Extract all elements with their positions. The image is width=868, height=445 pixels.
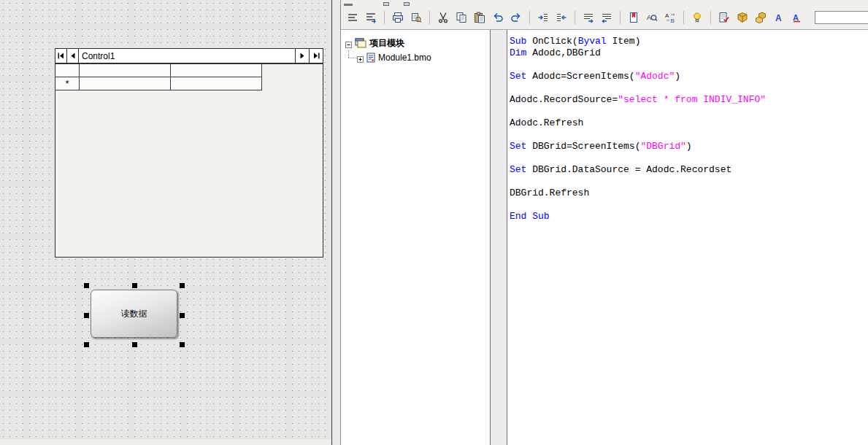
svg-text:B: B	[671, 18, 675, 24]
code-line	[510, 129, 868, 141]
project-tree[interactable]: 项目模块 Module1.bmo	[341, 30, 491, 445]
selection-handle[interactable]	[180, 342, 185, 347]
grid-line	[79, 64, 80, 90]
editor-toolbar: A AB A A	[341, 6, 868, 30]
lines-icon[interactable]	[345, 9, 361, 26]
selection-handle[interactable]	[132, 283, 137, 288]
find-icon[interactable]: A	[644, 9, 660, 26]
read-data-button[interactable]: 读数据	[91, 290, 177, 338]
toolbar-separator	[529, 11, 530, 24]
toolbar-separator	[575, 11, 575, 24]
collapse-icon[interactable]	[345, 40, 352, 47]
selection-handle[interactable]	[180, 313, 185, 318]
code-line: Dim Adodc,DBGrid	[510, 47, 868, 59]
selection-handle[interactable]	[84, 342, 89, 347]
font-style-icon[interactable]: A	[789, 9, 805, 26]
script-editor-panel: A AB A A	[340, 0, 868, 445]
indent-increase-icon[interactable]	[535, 9, 551, 26]
vertical-splitter[interactable]	[332, 0, 340, 445]
expand-icon[interactable]	[357, 55, 364, 61]
grid-line	[55, 77, 262, 77]
svg-text:A: A	[647, 14, 651, 21]
code-line: Sub OnClick(Byval Item)	[510, 36, 868, 47]
last-record-icon	[312, 52, 320, 60]
cut-icon[interactable]	[435, 9, 451, 26]
code-line: Set DBGrid.DataSource = Adodc.Recordset	[510, 164, 868, 176]
toolbar-separator	[384, 11, 385, 24]
adodc-caption: Control1	[79, 49, 295, 63]
toolbar-separator	[683, 11, 684, 24]
menu-fragment	[404, 2, 410, 6]
selection-handle[interactable]	[180, 283, 185, 288]
module-file-icon	[366, 53, 375, 63]
find-replace-icon[interactable]: AB	[662, 9, 678, 26]
panel-gap	[491, 30, 507, 445]
module-group-icon	[355, 38, 366, 48]
toolbar-separator	[710, 11, 711, 24]
next-record-icon	[299, 52, 307, 60]
code-editor[interactable]: Sub OnClick(Byval Item)Dim Adodc,DBGrid …	[507, 30, 868, 445]
new-row-marker: *	[55, 77, 79, 90]
grid-line	[55, 90, 262, 90]
code-line	[510, 59, 868, 71]
lines-arrow-icon[interactable]	[363, 9, 379, 26]
designer-bottom-strip	[0, 439, 331, 445]
tree-item-project-modules[interactable]: 项目模块	[345, 36, 485, 50]
clipped-menu-bar	[341, 0, 868, 6]
code-line: Adodc.Refresh	[510, 117, 868, 129]
tree-root-label[interactable]: 项目模块	[369, 37, 404, 50]
toolbar-combobox[interactable]	[815, 11, 868, 24]
code-line	[510, 176, 868, 187]
code-line: Adodc.RecordSource="select * from INDIV_…	[510, 94, 868, 106]
tree-child-label[interactable]: Module1.bmo	[378, 53, 431, 63]
script-editor-window: Control1 * 读数据	[0, 0, 868, 445]
copy-icon[interactable]	[453, 9, 469, 26]
dbgrid-control[interactable]: *	[55, 63, 323, 258]
toolbar-separator	[429, 11, 430, 24]
toolbar-separator	[620, 11, 621, 24]
print-preview-icon[interactable]	[408, 9, 424, 26]
first-record-button[interactable]	[55, 49, 67, 63]
compile-icon[interactable]	[734, 9, 750, 26]
last-record-button[interactable]	[309, 49, 323, 63]
prev-record-button[interactable]	[67, 49, 79, 63]
grid-line	[261, 64, 262, 90]
undo-icon[interactable]	[490, 9, 506, 26]
compile-all-icon[interactable]	[753, 9, 769, 26]
svg-text:A: A	[793, 13, 799, 22]
print-icon[interactable]	[390, 9, 406, 26]
code-line	[510, 82, 868, 94]
form-designer-canvas[interactable]: Control1 * 读数据	[0, 0, 332, 445]
editor-content: 项目模块 Module1.bmo Sub OnClick(Byval Item)…	[341, 30, 868, 445]
code-line	[510, 199, 868, 211]
menu-fragment	[344, 4, 353, 6]
next-record-button[interactable]	[295, 49, 309, 63]
code-line	[510, 152, 868, 164]
dbgrid-cells: *	[55, 64, 262, 90]
syntax-check-icon[interactable]	[716, 9, 732, 26]
lamp-icon[interactable]	[689, 9, 705, 26]
grid-line	[170, 64, 171, 90]
bookmark-icon[interactable]	[626, 9, 642, 26]
code-line: Set Adodc=ScreenItems("Adodc")	[510, 71, 868, 82]
svg-text:A: A	[665, 12, 669, 19]
selection-handle[interactable]	[84, 283, 89, 288]
adodc-control[interactable]: Control1	[55, 48, 323, 63]
shift-left-icon[interactable]	[599, 9, 615, 26]
code-line	[510, 106, 868, 117]
code-line: End Sub	[510, 211, 868, 222]
paste-icon[interactable]	[472, 9, 488, 26]
selection-handle[interactable]	[132, 342, 137, 347]
indent-decrease-icon[interactable]	[553, 9, 569, 26]
code-line: DBGrid.Refresh	[510, 187, 868, 199]
redo-icon[interactable]	[508, 9, 524, 26]
tree-item-module1[interactable]: Module1.bmo	[345, 50, 485, 65]
font-icon[interactable]: A	[771, 9, 787, 26]
shift-right-icon[interactable]	[580, 9, 596, 26]
code-line: Set DBGrid=ScreenItems("DBGrid")	[510, 141, 868, 152]
prev-record-icon	[69, 52, 77, 60]
selection-handle[interactable]	[84, 313, 89, 318]
first-record-icon	[57, 52, 65, 60]
svg-text:A: A	[775, 13, 782, 23]
button-selection[interactable]: 读数据	[84, 283, 185, 347]
